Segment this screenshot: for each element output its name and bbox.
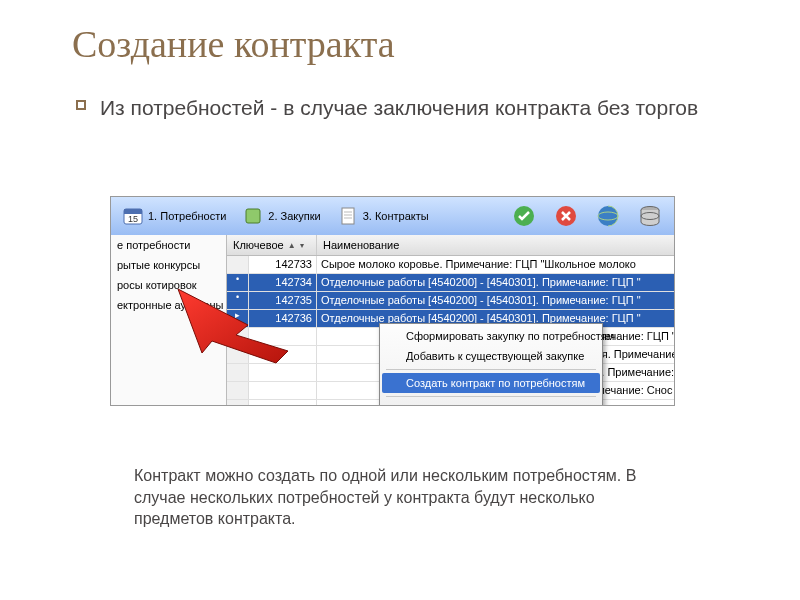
ctx-add-existing[interactable]: Добавить к существующей закупке — [382, 346, 600, 366]
book-icon — [242, 205, 264, 227]
tab-contracts-label: 3. Контракты — [363, 210, 429, 222]
col-header-key[interactable]: Ключевое ▲ ▾ — [227, 235, 317, 255]
cell-name: Отделочные работы [4540200] - [4540301].… — [317, 274, 674, 291]
cell-name: Отделочные работы [4540200] - [4540301].… — [317, 292, 674, 309]
table-row[interactable]: • 142735 Отделочные работы [4540200] - [… — [227, 292, 674, 310]
ctx-table-submenu[interactable]: Таблица — [382, 400, 600, 405]
globe-icon — [595, 203, 621, 229]
slide-title: Создание контракта — [0, 0, 800, 76]
document-icon — [337, 205, 359, 227]
sidebar: е потребности рытые конкурсы росы котиро… — [111, 235, 227, 405]
cell-key — [249, 382, 317, 399]
cancel-button[interactable] — [546, 201, 586, 231]
menu-separator — [386, 396, 596, 397]
bullet-item: Из потребностей - в случае заключения ко… — [0, 76, 800, 121]
row-handle-icon: • — [227, 274, 249, 291]
cell-key: 142733 — [249, 256, 317, 273]
cell-key — [249, 364, 317, 381]
cell-key — [249, 328, 317, 345]
row-handle-icon — [227, 400, 249, 405]
svg-rect-3 — [246, 209, 260, 223]
tab-needs-label: 1. Потребности — [148, 210, 226, 222]
cell-key: 142734 — [249, 274, 317, 291]
tab-contracts[interactable]: 3. Контракты — [330, 201, 436, 231]
globe-button[interactable] — [588, 201, 628, 231]
row-handle-icon — [227, 346, 249, 363]
ok-button[interactable] — [504, 201, 544, 231]
context-menu: Сформировать закупку по потребностям Доб… — [379, 323, 603, 405]
sidebar-item-e-auctions[interactable]: ектронные аукционы — [111, 295, 226, 315]
footer-note: Контракт можно создать по одной или неск… — [134, 465, 674, 530]
tab-purchases[interactable]: 2. Закупки — [235, 201, 327, 231]
cell-key: 142735 — [249, 292, 317, 309]
grid: Ключевое ▲ ▾ Наименование 142733 Сырое м… — [227, 235, 674, 405]
row-handle-icon: • — [227, 292, 249, 309]
cell-key — [249, 400, 317, 405]
db-button[interactable] — [630, 201, 670, 231]
cell-key: 142736 — [249, 310, 317, 327]
col-header-key-label: Ключевое — [233, 239, 284, 251]
bullet-marker-icon — [76, 100, 86, 110]
panels: е потребности рытые конкурсы росы котиро… — [111, 235, 674, 405]
menu-separator — [386, 369, 596, 370]
row-handle-icon — [227, 382, 249, 399]
table-row[interactable]: 142733 Сырое молоко коровье. Примечание:… — [227, 256, 674, 274]
x-circle-icon — [553, 203, 579, 229]
ctx-form-purchase[interactable]: Сформировать закупку по потребностям — [382, 326, 600, 346]
row-handle-icon — [227, 256, 249, 273]
check-circle-icon — [511, 203, 537, 229]
sidebar-item-quote-requests[interactable]: росы котировок — [111, 275, 226, 295]
toolbar: 15 1. Потребности 2. Закупки 3. Контракт… — [111, 197, 674, 235]
app-screenshot: 15 1. Потребности 2. Закупки 3. Контракт… — [110, 196, 675, 406]
sidebar-item-open-tenders[interactable]: рытые конкурсы — [111, 255, 226, 275]
chevron-down-icon: ▾ — [300, 241, 304, 250]
table-row[interactable]: • 142734 Отделочные работы [4540200] - [… — [227, 274, 674, 292]
col-header-name[interactable]: Наименование — [317, 235, 674, 255]
grid-header: Ключевое ▲ ▾ Наименование — [227, 235, 674, 256]
cell-key — [249, 346, 317, 363]
row-handle-icon — [227, 364, 249, 381]
cell-name: Сырое молоко коровье. Примечание: ГЦП "Ш… — [317, 256, 674, 273]
ctx-create-contract[interactable]: Создать контракт по потребностям — [382, 373, 600, 393]
calendar-icon: 15 — [122, 205, 144, 227]
svg-rect-4 — [342, 208, 354, 224]
row-handle-icon: ▸ — [227, 310, 249, 327]
row-handle-icon — [227, 328, 249, 345]
svg-text:15: 15 — [128, 214, 138, 224]
tab-purchases-label: 2. Закупки — [268, 210, 320, 222]
sidebar-item-all-needs[interactable]: е потребности — [111, 235, 226, 255]
sort-asc-icon: ▲ — [288, 241, 296, 250]
tab-needs[interactable]: 15 1. Потребности — [115, 201, 233, 231]
database-icon — [637, 203, 663, 229]
bullet-text: Из потребностей - в случае заключения ко… — [100, 94, 698, 121]
